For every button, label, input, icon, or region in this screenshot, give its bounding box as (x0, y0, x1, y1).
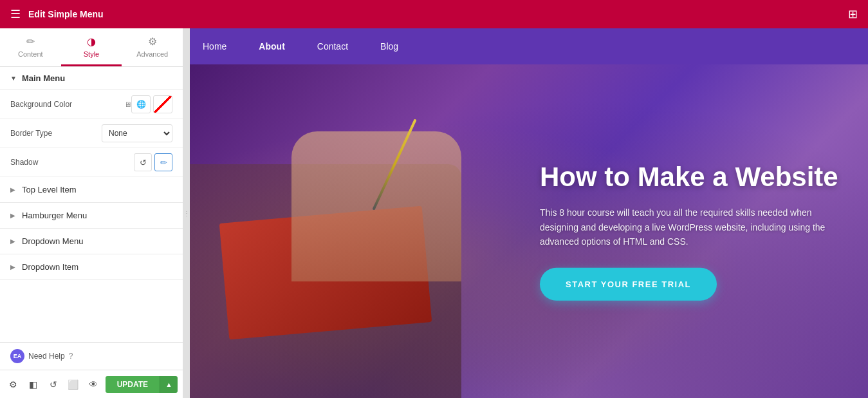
drag-handle[interactable]: ⋮ (183, 28, 190, 398)
settings-icon[interactable]: ⚙ (5, 375, 21, 393)
tab-content[interactable]: ✏ Content (0, 28, 61, 66)
accordion-hamburger-menu[interactable]: ▶ Hamburger Menu (0, 203, 183, 229)
shadow-reset-button[interactable]: ↺ (134, 153, 152, 171)
style-icon: ◑ (87, 35, 96, 48)
tab-style[interactable]: ◑ Style (61, 28, 122, 66)
accordion-dropdown-item[interactable]: ▶ Dropdown Item (0, 254, 183, 280)
layers-icon[interactable]: ◧ (25, 375, 41, 393)
left-panel: ✏ Content ◑ Style ⚙ Advanced ▼ Main Menu… (0, 28, 183, 398)
nav-item-home[interactable]: Home (203, 41, 226, 52)
bottom-toolbar: ⚙ ◧ ↺ ⬜ 👁 UPDATE ▲ (0, 370, 183, 398)
ea-badge-text: EA (14, 353, 22, 359)
global-color-button[interactable]: 🌐 (131, 95, 151, 113)
top-level-item-chevron: ▶ (10, 186, 15, 193)
update-arrow-button[interactable]: ▲ (160, 376, 178, 393)
shadow-controls: ↺ ✏ (134, 153, 172, 171)
top-bar: ☰ Edit Simple Menu ⊞ (0, 0, 868, 28)
hero-section: How to Make a Website This 8 hour course… (190, 64, 868, 398)
shadow-row: Shadow ↺ ✏ (0, 148, 183, 177)
content-icon: ✏ (26, 35, 35, 48)
panel-footer: EA Need Help ? (0, 342, 183, 370)
background-color-row: Background Color 🖥 🌐 (0, 90, 183, 119)
accordion-dropdown-menu[interactable]: ▶ Dropdown Menu (0, 229, 183, 254)
ea-badge: EA (10, 349, 24, 363)
nav-item-blog[interactable]: Blog (380, 41, 398, 52)
hero-description: This 8 hour course will teach you all th… (540, 205, 849, 249)
preview-area: Home About Contact Blog How to Make a We… (190, 28, 868, 398)
advanced-icon: ⚙ (148, 35, 157, 48)
dropdown-item-chevron: ▶ (10, 263, 15, 270)
monitor-icon: 🖥 (124, 100, 131, 108)
nav-item-contact[interactable]: Contact (317, 41, 348, 52)
tab-advanced-label: Advanced (136, 50, 168, 58)
cta-button[interactable]: START YOUR FREE TRIAL (540, 268, 717, 301)
top-level-item-label: Top Level Item (22, 185, 77, 194)
shadow-label: Shadow (10, 158, 134, 167)
border-type-row: Border Type None Solid Dashed Dotted Dou… (0, 119, 183, 148)
hero-title: How to Make a Website (540, 162, 849, 193)
shadow-edit-button[interactable]: ✏ (154, 153, 172, 171)
tabs-container: ✏ Content ◑ Style ⚙ Advanced (0, 28, 183, 67)
dropdown-menu-chevron: ▶ (10, 238, 15, 245)
nav-item-about[interactable]: About (259, 41, 284, 52)
border-type-label: Border Type (10, 129, 102, 138)
preview-icon[interactable]: 👁 (86, 375, 102, 393)
border-type-select[interactable]: None Solid Dashed Dotted Double (102, 124, 172, 142)
responsive-icon[interactable]: ⬜ (65, 375, 81, 393)
dropdown-item-label: Dropdown Item (22, 262, 78, 272)
hero-content: How to Make a Website This 8 hour course… (540, 162, 849, 301)
update-button[interactable]: UPDATE (106, 376, 160, 393)
update-btn-group: UPDATE ▲ (106, 376, 178, 393)
panel-content: ▼ Main Menu Background Color 🖥 🌐 Border … (0, 67, 183, 342)
main-menu-chevron: ▼ (10, 75, 17, 82)
main-menu-label: Main Menu (22, 73, 65, 83)
help-icon[interactable]: ? (69, 352, 73, 361)
hamburger-menu-chevron: ▶ (10, 212, 15, 219)
tab-advanced[interactable]: ⚙ Advanced (122, 28, 183, 66)
clear-color-button[interactable] (153, 95, 172, 113)
tab-content-label: Content (18, 50, 43, 58)
preview-nav: Home About Contact Blog (190, 28, 868, 64)
accordion-top-level-item[interactable]: ▶ Top Level Item (0, 177, 183, 203)
border-type-controls: None Solid Dashed Dotted Double (102, 124, 172, 142)
main-menu-section-header[interactable]: ▼ Main Menu (0, 67, 183, 90)
tab-style-label: Style (84, 50, 99, 58)
background-color-label: Background Color (10, 100, 122, 109)
need-help-text: Need Help (28, 352, 65, 361)
dropdown-menu-label: Dropdown Menu (22, 236, 83, 246)
background-color-controls: 🌐 (131, 95, 172, 113)
hamburger-menu-label: Hamburger Menu (22, 211, 87, 220)
hamburger-icon[interactable]: ☰ (10, 7, 21, 21)
top-bar-left: ☰ Edit Simple Menu (10, 7, 104, 21)
history-icon[interactable]: ↺ (45, 375, 61, 393)
main-layout: ✏ Content ◑ Style ⚙ Advanced ▼ Main Menu… (0, 28, 868, 398)
grid-icon[interactable]: ⊞ (848, 7, 858, 21)
top-bar-title: Edit Simple Menu (28, 9, 104, 19)
